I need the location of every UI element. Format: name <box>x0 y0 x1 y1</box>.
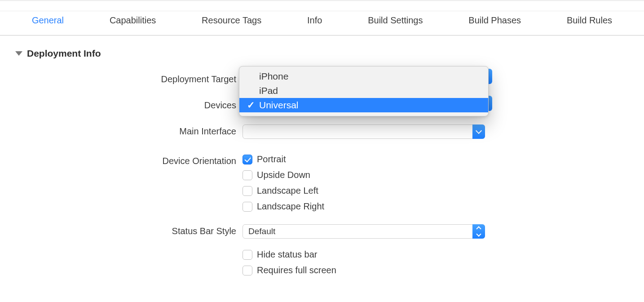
main-interface-combo[interactable] <box>243 124 485 139</box>
check-icon: ✓ <box>247 100 255 111</box>
menu-item-label: Universal <box>259 100 299 111</box>
tab-info[interactable]: Info <box>305 13 324 28</box>
orientation-label: Portrait <box>257 154 286 164</box>
hide-status-bar-check[interactable]: Hide status bar <box>243 249 336 260</box>
orientation-landscape-right[interactable]: Landscape Right <box>243 201 324 212</box>
checkbox-icon[interactable] <box>243 186 252 196</box>
status-bar-style-popup[interactable]: Default <box>243 224 485 239</box>
label-deployment-target: Deployment Target <box>0 72 243 84</box>
section-deployment-info[interactable]: Deployment Info <box>0 36 644 59</box>
menu-item-label: iPhone <box>259 71 288 82</box>
orientation-label: Landscape Right <box>257 201 324 212</box>
menu-item-label: iPad <box>259 85 278 96</box>
stepper-icon[interactable] <box>472 224 485 239</box>
orientation-upside-down[interactable]: Upside Down <box>243 170 324 180</box>
tab-capabilities[interactable]: Capabilities <box>108 13 158 28</box>
project-tabs: General Capabilities Resource Tags Info … <box>0 0 644 36</box>
orientation-portrait[interactable]: Portrait <box>243 154 324 164</box>
tab-resource-tags[interactable]: Resource Tags <box>200 13 263 28</box>
devices-option-iphone[interactable]: iPhone <box>239 69 488 84</box>
tab-general[interactable]: General <box>30 13 66 28</box>
orientation-label: Landscape Left <box>257 186 318 196</box>
checkbox-icon[interactable] <box>243 170 252 180</box>
devices-dropdown-menu[interactable]: iPhone iPad ✓ Universal <box>239 66 489 116</box>
devices-option-ipad[interactable]: iPad <box>239 84 488 98</box>
label-status-bar-style: Status Bar Style <box>0 224 243 236</box>
requires-full-screen-check[interactable]: Requires full screen <box>243 265 336 275</box>
label-devices: Devices <box>0 98 243 111</box>
section-title: Deployment Info <box>27 48 101 59</box>
checkbox-icon[interactable] <box>243 250 252 260</box>
devices-option-universal[interactable]: ✓ Universal <box>239 98 488 112</box>
label-main-interface: Main Interface <box>0 124 243 137</box>
checkbox-icon[interactable] <box>243 155 252 164</box>
checkbox-icon[interactable] <box>243 202 252 212</box>
chevron-down-icon[interactable] <box>472 124 485 139</box>
check-label: Requires full screen <box>257 265 336 275</box>
tab-build-rules[interactable]: Build Rules <box>565 13 614 28</box>
disclosure-triangle-icon[interactable] <box>15 51 22 56</box>
tab-build-settings[interactable]: Build Settings <box>366 13 424 28</box>
orientation-landscape-left[interactable]: Landscape Left <box>243 186 324 196</box>
checkbox-icon[interactable] <box>243 266 252 275</box>
label-device-orientation: Device Orientation <box>0 154 243 166</box>
orientation-label: Upside Down <box>257 170 310 180</box>
status-bar-style-value: Default <box>248 226 275 236</box>
check-label: Hide status bar <box>257 249 318 260</box>
tab-build-phases[interactable]: Build Phases <box>467 13 523 28</box>
